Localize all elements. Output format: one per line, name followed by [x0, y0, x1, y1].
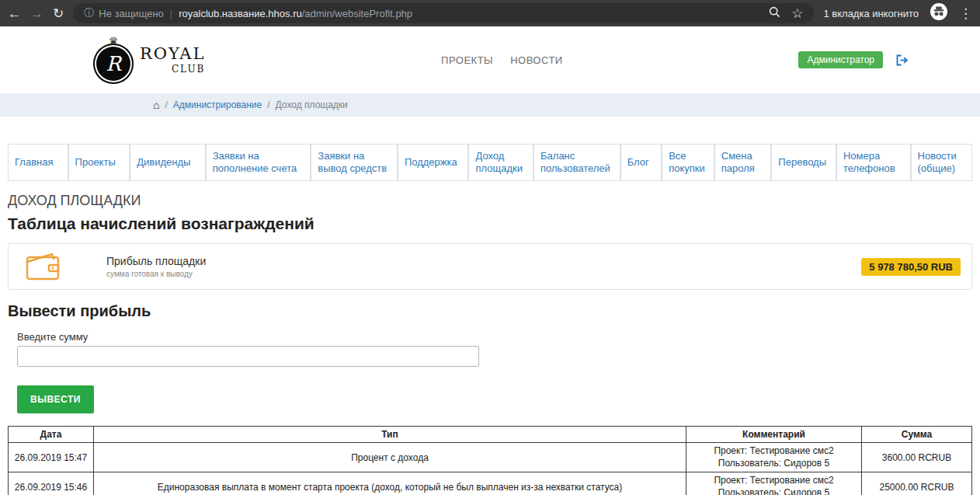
breadcrumb-separator: / [267, 99, 269, 110]
search-icon[interactable] [769, 6, 780, 20]
tab-general-news[interactable]: Новости (общие) [911, 144, 973, 181]
browser-toolbar: ← → ↻ ⓘ Не защищено | royalclub.название… [0, 0, 980, 26]
column-header-amount: Сумма [862, 427, 972, 443]
cell-amount: 3600.00 RCRUB [862, 443, 972, 472]
site-security-indicator[interactable]: ⓘ Не защищено [84, 6, 164, 20]
role-badge: Администратор [798, 51, 883, 68]
site-header: ♛ R ROYAL CLUB ПРОЕКТЫ НОВОСТИ Администр… [0, 26, 980, 93]
table-row: 26.09.2019 15:47 Процент с дохода Проект… [9, 443, 972, 472]
rewards-table: Дата Тип Комментарий Сумма 26.09.2019 15… [8, 426, 972, 495]
logo-emblem: ♛ R [93, 36, 134, 84]
table-row: 26.09.2019 15:46 Единоразовая выплата в … [9, 472, 972, 495]
tab-deposit-requests[interactable]: Заявки на пополнение счета [206, 144, 311, 181]
home-icon[interactable]: ⌂ [153, 99, 159, 110]
crown-icon: ♛ [109, 36, 119, 47]
cell-amount: 25000.00 RCRUB [862, 472, 972, 495]
breadcrumb-link-administration[interactable]: Администрирование [173, 99, 262, 110]
breadcrumb-separator: / [165, 99, 167, 110]
tab-blog[interactable]: Блог [620, 144, 662, 181]
nav-link-news[interactable]: НОВОСТИ [510, 54, 563, 66]
withdraw-button[interactable]: ВЫВЕСТИ [17, 385, 94, 413]
tab-all-purchases[interactable]: Все покупки [662, 144, 714, 181]
security-label: Не защищено [99, 8, 164, 19]
tab-transfers[interactable]: Переводы [771, 144, 836, 181]
column-header-date: Дата [9, 427, 94, 443]
logo-word-royal: ROYAL [140, 46, 205, 62]
page-subtitle: Таблица начислений вознаграждений [8, 214, 972, 233]
profit-card-title: Прибыль площадки [106, 255, 206, 267]
cell-comment: Проект: Тестирование смс2 Пользователь: … [686, 443, 862, 472]
cell-date: 26.09.2019 15:46 [9, 472, 94, 495]
logo-word-club: CLUB [172, 64, 205, 74]
breadcrumb: ⌂ / Администрирование / Доход площадки [0, 93, 980, 117]
comment-user: Пользователь: Сидоров 5 [691, 487, 857, 495]
header-nav: ПРОЕКТЫ НОВОСТИ [441, 54, 563, 66]
column-header-comment: Комментарий [686, 427, 862, 443]
url-divider: | [170, 8, 172, 19]
forward-icon[interactable]: → [30, 7, 43, 20]
admin-tabs: Главная Проекты Дивиденды Заявки на попо… [8, 144, 972, 181]
profit-card-texts: Прибыль площадки сумма готовая к выводу [106, 255, 206, 278]
incognito-tab-count: 1 вкладка инкогнито [823, 8, 919, 19]
wallet-icon [26, 252, 61, 281]
tab-support[interactable]: Поддержка [398, 144, 469, 181]
column-header-type: Тип [94, 427, 686, 443]
url-text[interactable]: royalclub.название.hhos.ru/admin/website… [179, 8, 412, 19]
back-icon[interactable]: ← [8, 7, 21, 20]
address-bar[interactable]: ⓘ Не защищено | royalclub.название.hhos.… [73, 3, 814, 23]
cell-comment: Проект: Тестирование смс2 Пользователь: … [686, 472, 862, 495]
tab-website-profit[interactable]: Доход площадки [468, 144, 533, 181]
bookmark-star-icon[interactable]: ☆ [791, 7, 803, 20]
chrome-menu-icon[interactable]: ⋮ [959, 7, 972, 20]
logo-circle: R [93, 44, 134, 84]
header-right: Администратор [798, 51, 909, 68]
tab-change-password[interactable]: Смена пароля [714, 144, 772, 181]
tab-user-balances[interactable]: Баланс пользователей [533, 144, 620, 181]
reload-icon[interactable]: ↻ [53, 7, 64, 20]
logo-letter: R [106, 52, 121, 75]
comment-project: Проект: Тестирование смс2 [691, 445, 857, 458]
main-content: ДОХОД ПЛОЩАДКИ Таблица начислений вознаг… [0, 193, 980, 495]
url-host: royalclub.название.hhos.ru [179, 8, 302, 19]
incognito-icon [930, 2, 948, 24]
profit-card: Прибыль площадки сумма готовая к выводу … [8, 243, 972, 290]
nav-link-projects[interactable]: ПРОЕКТЫ [441, 54, 493, 66]
cell-type: Процент с дохода [94, 443, 686, 472]
url-path: /admin/websiteProfit.php [302, 8, 412, 19]
comment-user: Пользователь: Сидоров 5 [691, 458, 857, 470]
page-title: ДОХОД ПЛОЩАДКИ [8, 193, 972, 209]
tab-withdrawal-requests[interactable]: Заявки на вывод средств [311, 144, 398, 181]
amount-input-label: Введите сумму [17, 331, 972, 343]
profit-card-subtitle: сумма готовая к выводу [106, 270, 206, 278]
cell-type: Единоразовая выплата в момент старта про… [94, 472, 686, 495]
tab-main[interactable]: Главная [8, 144, 68, 181]
amount-input[interactable] [17, 346, 479, 367]
logo[interactable]: ♛ R ROYAL CLUB [93, 36, 205, 84]
table-header-row: Дата Тип Комментарий Сумма [9, 427, 972, 443]
tab-dividends[interactable]: Дивиденды [130, 144, 206, 181]
profit-amount-badge: 5 978 780,50 RUB [861, 258, 961, 276]
cell-date: 26.09.2019 15:47 [9, 443, 94, 472]
tab-phone-numbers[interactable]: Номера телефонов [836, 144, 911, 181]
breadcrumb-current: Доход площадки [276, 99, 348, 110]
withdraw-heading: Вывести прибыль [8, 302, 972, 320]
logout-icon[interactable] [895, 54, 909, 67]
tab-projects[interactable]: Проекты [68, 144, 130, 181]
info-icon: ⓘ [84, 6, 94, 20]
logo-wordmark: ROYAL CLUB [140, 46, 205, 74]
comment-project: Проект: Тестирование смс2 [691, 475, 857, 487]
